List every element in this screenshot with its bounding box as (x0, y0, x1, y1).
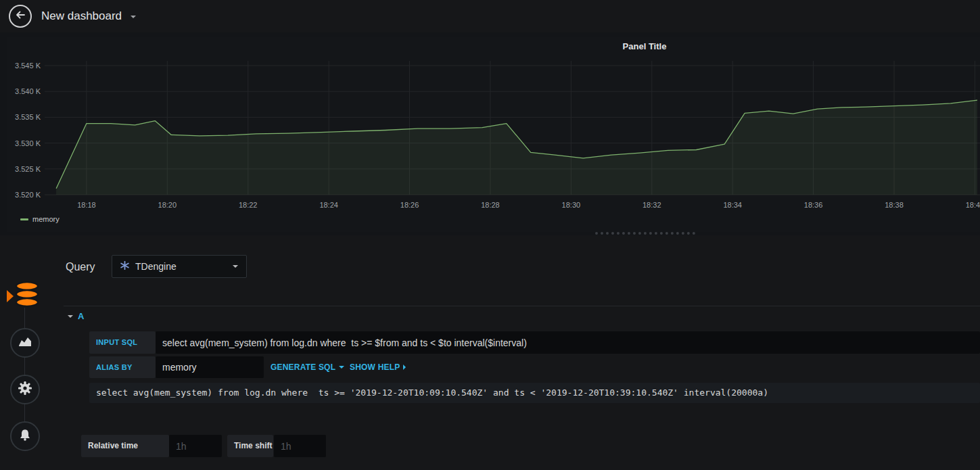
divider (64, 306, 980, 306)
svg-text:3.520 K: 3.520 K (15, 191, 41, 199)
active-tab-arrow-icon (7, 290, 14, 302)
back-button[interactable] (9, 5, 32, 28)
generated-sql-preview: select avg(mem_system) from log.dn where… (89, 383, 980, 403)
dashboard-title: New dashboard (41, 9, 122, 22)
grafana-panel-editor: New dashboard Panel Title 3.520 K3.525 K… (0, 0, 980, 470)
sidebar-item-general[interactable] (10, 375, 40, 404)
svg-text:3.535 K: 3.535 K (15, 113, 41, 121)
top-nav: New dashboard (0, 0, 980, 32)
chevron-down-icon (233, 265, 238, 268)
query-section-title: Query (66, 256, 95, 279)
generate-sql-label: GENERATE SQL (271, 356, 335, 378)
panel: Panel Title 3.520 K3.525 K3.530 K3.535 K… (7, 37, 980, 232)
svg-text:18:22: 18:22 (239, 201, 258, 209)
scrollbar-thumb[interactable] (595, 232, 695, 235)
database-icon (14, 300, 40, 311)
svg-text:18:34: 18:34 (723, 201, 742, 209)
chevron-down-icon (339, 366, 344, 369)
relative-time-input[interactable] (169, 435, 222, 457)
svg-text:18:30: 18:30 (562, 201, 581, 209)
svg-text:18:28: 18:28 (481, 201, 500, 209)
gear-icon (18, 381, 32, 398)
svg-text:18:26: 18:26 (400, 201, 419, 209)
show-help-button[interactable]: SHOW HELP (350, 356, 406, 378)
sidebar-item-alert[interactable] (10, 421, 40, 451)
dashboard-title-dropdown[interactable]: New dashboard (41, 0, 136, 32)
timeseries-chart: 3.520 K3.525 K3.530 K3.535 K3.540 K3.545… (7, 56, 980, 213)
chevron-down-icon (131, 16, 136, 18)
query-row-toggle[interactable]: A (68, 311, 84, 321)
sidebar-item-visualization[interactable] (10, 328, 40, 358)
svg-text:18:40: 18:40 (966, 201, 980, 209)
datasource-name: TDengine (135, 261, 177, 272)
time-shift-input[interactable] (274, 435, 326, 457)
svg-text:3.530 K: 3.530 K (15, 139, 41, 147)
relative-time-label: Relative time (81, 435, 169, 457)
sidebar-item-queries[interactable] (14, 281, 40, 309)
alias-by-label: ALIAS BY (89, 356, 156, 378)
time-shift-label: Time shift (227, 435, 273, 457)
svg-text:3.540 K: 3.540 K (15, 87, 41, 95)
datasource-picker[interactable]: TDengine (112, 255, 247, 278)
svg-text:3.525 K: 3.525 K (15, 165, 41, 173)
sidebar-rail (24, 308, 25, 436)
show-help-label: SHOW HELP (350, 356, 400, 378)
query-editor-section: Query TDengine A INPUT SQL AL (0, 235, 980, 470)
svg-text:18:20: 18:20 (158, 201, 177, 209)
svg-text:3.545 K: 3.545 K (15, 62, 41, 70)
chart-legend[interactable]: memory (20, 215, 60, 223)
panel-title[interactable]: Panel Title (623, 41, 667, 51)
chevron-right-icon (403, 365, 406, 370)
alias-by-field[interactable] (156, 356, 264, 378)
svg-text:18:32: 18:32 (643, 201, 661, 209)
back-arrow-icon (15, 9, 26, 23)
svg-text:18:36: 18:36 (804, 201, 823, 209)
generate-sql-button[interactable]: GENERATE SQL (271, 356, 344, 378)
collapse-caret-icon (68, 315, 73, 318)
input-sql-label: INPUT SQL (89, 331, 156, 354)
chart-icon (18, 336, 32, 350)
svg-text:18:18: 18:18 (77, 201, 96, 209)
input-sql-field[interactable] (156, 331, 980, 354)
legend-series-label: memory (32, 215, 60, 223)
svg-text:18:38: 18:38 (885, 201, 904, 209)
query-ref-id: A (78, 311, 84, 321)
svg-text:18:24: 18:24 (319, 201, 338, 209)
legend-color-swatch (20, 218, 28, 220)
tdengine-icon (120, 260, 129, 273)
bell-icon (18, 428, 32, 444)
